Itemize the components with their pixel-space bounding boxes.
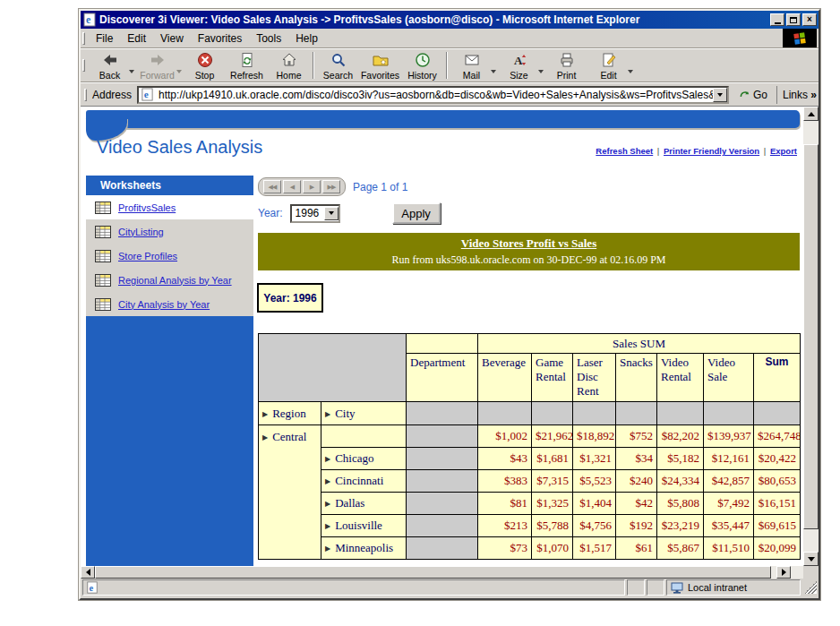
maximize-button[interactable]: [786, 13, 801, 26]
worksheet-link[interactable]: City Analysis by Year: [118, 299, 210, 310]
favorites-button[interactable]: Favorites: [359, 49, 401, 81]
next-page-button[interactable]: ▶: [303, 180, 321, 193]
brand-swoosh-banner: [86, 110, 800, 128]
window-resize-grip[interactable]: [804, 581, 817, 594]
menu-grip[interactable]: [82, 32, 85, 45]
back-dropdown-caret[interactable]: [129, 70, 134, 73]
refresh-icon: [238, 51, 256, 69]
year-select[interactable]: 1996: [290, 204, 340, 223]
header-link-refresh-sheet[interactable]: Refresh Sheet: [596, 146, 653, 156]
links-chevron[interactable]: »: [810, 89, 817, 101]
sidebar-item-store-profiles[interactable]: Store Profiles: [86, 244, 253, 268]
history-button[interactable]: History: [401, 49, 443, 81]
sidebar-item-regional-analysis-by-year[interactable]: Regional Analysis by Year: [86, 268, 253, 292]
page-navigation: ◀◀ ◀ ▶ ▶▶ Page 1 of 1: [258, 177, 407, 196]
value-cell: $12,161: [704, 448, 754, 470]
print-button[interactable]: Print: [545, 49, 587, 81]
page-icon: e: [141, 88, 154, 101]
address-grip[interactable]: [84, 89, 87, 101]
page-nav-pill: ◀◀ ◀ ▶ ▶▶: [258, 177, 346, 196]
horizontal-scrollbar[interactable]: [81, 566, 819, 579]
last-page-button[interactable]: ▶▶: [322, 180, 340, 193]
region-cell-central[interactable]: ▶Central: [259, 425, 321, 560]
header-link-export[interactable]: Export: [770, 146, 797, 156]
go-icon: [738, 88, 751, 101]
links-bar[interactable]: Links »: [776, 86, 817, 104]
stop-button[interactable]: Stop: [184, 49, 226, 81]
scroll-up-button[interactable]: [803, 107, 819, 121]
sidebar-item-citylisting[interactable]: CityListing: [86, 219, 253, 244]
vertical-scroll-thumb[interactable]: [803, 144, 819, 529]
mail-button[interactable]: Mail: [450, 49, 493, 81]
worksheet-icon: [95, 226, 111, 238]
city-axis-cell[interactable]: ▶City: [321, 402, 407, 425]
empty-header-cell: [407, 334, 478, 354]
apply-button[interactable]: Apply: [392, 202, 441, 224]
menu-item-view[interactable]: View: [153, 30, 191, 47]
previous-page-button[interactable]: ◀: [283, 180, 301, 193]
value-cell: $21,962: [532, 425, 573, 448]
year-select-caret[interactable]: [324, 207, 339, 220]
scroll-right-button[interactable]: [776, 566, 791, 579]
city-cell-cincinnati[interactable]: ▶Cincinnati: [321, 470, 407, 493]
horizontal-scroll-thumb[interactable]: [95, 566, 771, 579]
column-header-game-rental: Game Rental: [532, 354, 573, 402]
menu-item-favorites[interactable]: Favorites: [191, 30, 249, 47]
value-cell: $383: [478, 470, 532, 493]
menu-item-tools[interactable]: Tools: [249, 30, 288, 47]
axis-spacer-cell: [478, 402, 532, 425]
city-cell-dallas[interactable]: ▶Dallas: [321, 493, 407, 515]
scroll-down-button[interactable]: [803, 552, 819, 566]
value-cell: $42,857: [704, 470, 754, 493]
page-item-year-box: Year: 1996: [257, 283, 323, 313]
column-header-snacks: Snacks: [616, 354, 657, 402]
value-cell: $5,523: [573, 470, 616, 493]
close-button[interactable]: ×: [802, 13, 817, 26]
menu-item-help[interactable]: Help: [288, 30, 325, 47]
value-cell: $1,681: [532, 448, 573, 470]
search-button[interactable]: Search: [317, 49, 359, 81]
worksheet-link[interactable]: Store Profiles: [118, 251, 177, 262]
forward-button[interactable]: Forward: [136, 49, 178, 81]
back-button[interactable]: Back: [89, 49, 131, 81]
first-page-button[interactable]: ◀◀: [263, 180, 281, 193]
toolbar-more-caret[interactable]: [628, 70, 633, 73]
sidebar-item-profitvssales[interactable]: ProfitvsSales: [86, 195, 253, 219]
edit-button[interactable]: Edit: [587, 49, 630, 81]
vertical-scrollbar[interactable]: [803, 107, 819, 566]
print-icon: [558, 51, 576, 69]
value-cell: $7,315: [532, 470, 573, 493]
refresh-button[interactable]: Refresh: [226, 49, 268, 81]
home-button[interactable]: Home: [268, 49, 310, 81]
header-link-printer-friendly-version[interactable]: Printer Friendly Version: [664, 146, 759, 156]
city-label: Dallas: [335, 496, 364, 510]
city-cell-louisville[interactable]: ▶Louisville: [321, 515, 407, 537]
worksheet-link[interactable]: ProfitvsSales: [118, 202, 176, 213]
value-cell: $1,325: [532, 493, 573, 515]
address-input[interactable]: e http://ukp14910.uk.oracle.com/disco/di…: [137, 86, 729, 104]
sidebar-item-city-analysis-by-year[interactable]: City Analysis by Year: [86, 292, 253, 316]
worksheet-link[interactable]: CityListing: [118, 227, 164, 237]
axis-spacer-cell: [407, 402, 478, 425]
minimize-button[interactable]: [770, 13, 784, 26]
city-cell-chicago[interactable]: ▶Chicago: [321, 448, 407, 470]
address-dropdown-button[interactable]: [713, 88, 727, 102]
value-cell: $1,404: [573, 493, 616, 515]
region-axis-cell[interactable]: ▶Region: [259, 402, 321, 425]
table-row: ▶Minneapolis$73$1,070$1,517$61$5,867$11,…: [259, 537, 801, 560]
city-cell-minneapolis[interactable]: ▶Minneapolis: [321, 537, 407, 560]
size-dropdown-caret[interactable]: [538, 70, 544, 73]
toolbar-grip[interactable]: [82, 59, 85, 72]
column-header-sum: Sum: [754, 354, 801, 402]
size-button[interactable]: A Size: [498, 49, 540, 81]
scroll-left-button[interactable]: [81, 566, 95, 579]
forward-dropdown-caret[interactable]: [176, 70, 182, 73]
mail-dropdown-caret[interactable]: [491, 70, 496, 73]
menu-item-file[interactable]: File: [89, 30, 120, 47]
department-spacer-cell: [407, 493, 478, 515]
value-cell: $80,653: [754, 470, 801, 493]
go-button[interactable]: Go: [733, 87, 773, 102]
worksheet-link[interactable]: Regional Analysis by Year: [118, 275, 232, 286]
worksheets-sidebar: Worksheets ProfitvsSalesCityListingStore…: [86, 176, 253, 566]
menu-item-edit[interactable]: Edit: [120, 30, 153, 47]
